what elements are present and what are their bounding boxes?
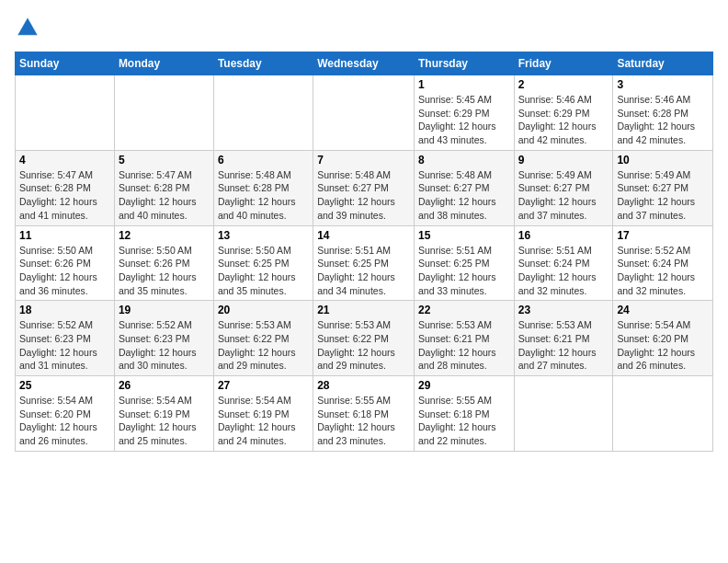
- day-number: 29: [418, 379, 510, 392]
- day-info: Sunrise: 5:54 AM Sunset: 6:20 PM Dayligh…: [19, 394, 110, 448]
- calendar-cell: 16Sunrise: 5:51 AM Sunset: 6:24 PM Dayli…: [514, 225, 613, 301]
- day-info: Sunrise: 5:53 AM Sunset: 6:22 PM Dayligh…: [218, 318, 309, 373]
- day-number: 18: [19, 304, 110, 316]
- day-info: Sunrise: 5:46 AM Sunset: 6:29 PM Dayligh…: [518, 93, 609, 147]
- day-number: 25: [19, 379, 110, 392]
- day-number: 5: [119, 154, 210, 167]
- day-number: 4: [19, 154, 110, 167]
- day-number: 24: [617, 304, 709, 316]
- day-number: 15: [418, 229, 510, 242]
- day-number: 8: [418, 154, 510, 167]
- calendar-cell: 10Sunrise: 5:49 AM Sunset: 6:27 PM Dayli…: [613, 150, 713, 225]
- calendar-cell: 18Sunrise: 5:52 AM Sunset: 6:23 PM Dayli…: [16, 301, 115, 376]
- calendar-cell: [613, 376, 713, 452]
- day-info: Sunrise: 5:54 AM Sunset: 6:20 PM Dayligh…: [617, 318, 709, 373]
- day-info: Sunrise: 5:52 AM Sunset: 6:24 PM Dayligh…: [617, 244, 709, 298]
- calendar-cell: 5Sunrise: 5:47 AM Sunset: 6:28 PM Daylig…: [114, 150, 213, 225]
- day-number: 6: [218, 154, 309, 167]
- day-number: 16: [518, 229, 609, 242]
- day-info: Sunrise: 5:54 AM Sunset: 6:19 PM Dayligh…: [119, 394, 210, 448]
- day-info: Sunrise: 5:51 AM Sunset: 6:25 PM Dayligh…: [418, 244, 510, 298]
- calendar-cell: 2Sunrise: 5:46 AM Sunset: 6:29 PM Daylig…: [514, 75, 613, 151]
- day-number: 28: [317, 379, 410, 392]
- calendar-cell: 1Sunrise: 5:45 AM Sunset: 6:29 PM Daylig…: [414, 75, 514, 151]
- weekday-header-thursday: Thursday: [414, 52, 514, 75]
- page-header: [15, 15, 713, 40]
- day-number: 19: [119, 304, 210, 316]
- day-info: Sunrise: 5:52 AM Sunset: 6:23 PM Dayligh…: [19, 318, 110, 373]
- day-number: 21: [317, 304, 410, 316]
- calendar-header-row: SundayMondayTuesdayWednesdayThursdayFrid…: [16, 52, 713, 75]
- calendar-cell: [114, 75, 213, 151]
- day-number: 9: [518, 154, 609, 167]
- calendar-cell: [213, 75, 313, 151]
- day-info: Sunrise: 5:51 AM Sunset: 6:24 PM Dayligh…: [518, 244, 609, 298]
- calendar-cell: 22Sunrise: 5:53 AM Sunset: 6:21 PM Dayli…: [414, 301, 514, 376]
- day-info: Sunrise: 5:49 AM Sunset: 6:27 PM Dayligh…: [617, 168, 709, 223]
- day-info: Sunrise: 5:50 AM Sunset: 6:25 PM Dayligh…: [218, 244, 309, 298]
- calendar-cell: 14Sunrise: 5:51 AM Sunset: 6:25 PM Dayli…: [313, 225, 415, 301]
- day-number: 12: [119, 229, 210, 242]
- calendar-cell: [313, 75, 415, 151]
- day-number: 14: [317, 229, 410, 242]
- calendar-table: SundayMondayTuesdayWednesdayThursdayFrid…: [15, 52, 713, 452]
- day-number: 27: [218, 379, 309, 392]
- day-info: Sunrise: 5:55 AM Sunset: 6:18 PM Dayligh…: [317, 394, 410, 448]
- logo-icon: [15, 15, 40, 40]
- day-info: Sunrise: 5:55 AM Sunset: 6:18 PM Dayligh…: [418, 394, 510, 448]
- day-info: Sunrise: 5:54 AM Sunset: 6:19 PM Dayligh…: [218, 394, 309, 448]
- day-info: Sunrise: 5:50 AM Sunset: 6:26 PM Dayligh…: [19, 244, 110, 298]
- day-number: 10: [617, 154, 709, 167]
- calendar-cell: 6Sunrise: 5:48 AM Sunset: 6:28 PM Daylig…: [213, 150, 313, 225]
- calendar-cell: 25Sunrise: 5:54 AM Sunset: 6:20 PM Dayli…: [16, 376, 115, 452]
- day-info: Sunrise: 5:48 AM Sunset: 6:27 PM Dayligh…: [418, 168, 510, 223]
- day-number: 23: [518, 304, 609, 316]
- day-number: 13: [218, 229, 309, 242]
- calendar-cell: 3Sunrise: 5:46 AM Sunset: 6:28 PM Daylig…: [613, 75, 713, 151]
- day-number: 1: [418, 78, 510, 91]
- calendar-week-row: 11Sunrise: 5:50 AM Sunset: 6:26 PM Dayli…: [16, 225, 713, 301]
- calendar-cell: [16, 75, 115, 151]
- calendar-week-row: 25Sunrise: 5:54 AM Sunset: 6:20 PM Dayli…: [16, 376, 713, 452]
- day-info: Sunrise: 5:48 AM Sunset: 6:27 PM Dayligh…: [317, 168, 410, 223]
- weekday-header-monday: Monday: [114, 52, 213, 75]
- weekday-header-saturday: Saturday: [613, 52, 713, 75]
- calendar-cell: 12Sunrise: 5:50 AM Sunset: 6:26 PM Dayli…: [114, 225, 213, 301]
- calendar-week-row: 1Sunrise: 5:45 AM Sunset: 6:29 PM Daylig…: [16, 75, 713, 151]
- day-number: 22: [418, 304, 510, 316]
- weekday-header-friday: Friday: [514, 52, 613, 75]
- day-number: 26: [119, 379, 210, 392]
- calendar-cell: 19Sunrise: 5:52 AM Sunset: 6:23 PM Dayli…: [114, 301, 213, 376]
- weekday-header-wednesday: Wednesday: [313, 52, 415, 75]
- day-info: Sunrise: 5:48 AM Sunset: 6:28 PM Dayligh…: [218, 168, 309, 223]
- calendar-cell: 4Sunrise: 5:47 AM Sunset: 6:28 PM Daylig…: [16, 150, 115, 225]
- day-info: Sunrise: 5:53 AM Sunset: 6:22 PM Dayligh…: [317, 318, 410, 373]
- logo: [15, 15, 44, 40]
- day-number: 7: [317, 154, 410, 167]
- day-info: Sunrise: 5:51 AM Sunset: 6:25 PM Dayligh…: [317, 244, 410, 298]
- weekday-header-tuesday: Tuesday: [213, 52, 313, 75]
- day-info: Sunrise: 5:47 AM Sunset: 6:28 PM Dayligh…: [19, 168, 110, 223]
- weekday-header-sunday: Sunday: [16, 52, 115, 75]
- day-info: Sunrise: 5:53 AM Sunset: 6:21 PM Dayligh…: [418, 318, 510, 373]
- day-number: 17: [617, 229, 709, 242]
- day-info: Sunrise: 5:46 AM Sunset: 6:28 PM Dayligh…: [617, 93, 709, 147]
- calendar-cell: 27Sunrise: 5:54 AM Sunset: 6:19 PM Dayli…: [213, 376, 313, 452]
- calendar-cell: 8Sunrise: 5:48 AM Sunset: 6:27 PM Daylig…: [414, 150, 514, 225]
- calendar-cell: 17Sunrise: 5:52 AM Sunset: 6:24 PM Dayli…: [613, 225, 713, 301]
- calendar-cell: 13Sunrise: 5:50 AM Sunset: 6:25 PM Dayli…: [213, 225, 313, 301]
- svg-marker-0: [17, 17, 38, 36]
- day-info: Sunrise: 5:52 AM Sunset: 6:23 PM Dayligh…: [119, 318, 210, 373]
- calendar-cell: [514, 376, 613, 452]
- day-number: 2: [518, 78, 609, 91]
- day-number: 3: [617, 78, 709, 91]
- calendar-cell: 21Sunrise: 5:53 AM Sunset: 6:22 PM Dayli…: [313, 301, 415, 376]
- day-info: Sunrise: 5:49 AM Sunset: 6:27 PM Dayligh…: [518, 168, 609, 223]
- calendar-cell: 11Sunrise: 5:50 AM Sunset: 6:26 PM Dayli…: [16, 225, 115, 301]
- calendar-cell: 20Sunrise: 5:53 AM Sunset: 6:22 PM Dayli…: [213, 301, 313, 376]
- calendar-cell: 24Sunrise: 5:54 AM Sunset: 6:20 PM Dayli…: [613, 301, 713, 376]
- calendar-cell: 23Sunrise: 5:53 AM Sunset: 6:21 PM Dayli…: [514, 301, 613, 376]
- day-number: 20: [218, 304, 309, 316]
- calendar-cell: 28Sunrise: 5:55 AM Sunset: 6:18 PM Dayli…: [313, 376, 415, 452]
- day-info: Sunrise: 5:45 AM Sunset: 6:29 PM Dayligh…: [418, 93, 510, 147]
